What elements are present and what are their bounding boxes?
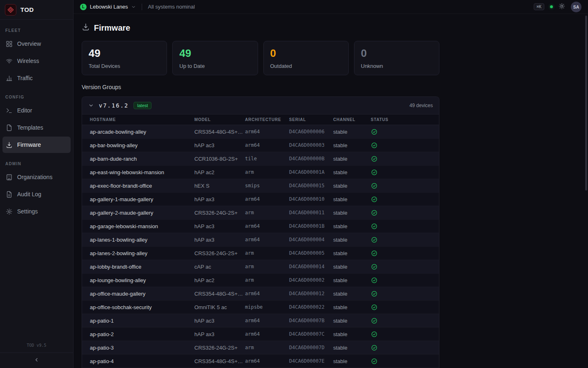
cell-model: cAP ac — [194, 264, 245, 270]
cell-channel: stable — [333, 237, 371, 243]
cell-model: OmniTIK 5 ac — [194, 304, 245, 310]
table-row[interactable]: ap-gallery-2-maude-gallery CRS326-24G-2S… — [82, 206, 439, 220]
page-header: Firmware — [82, 23, 439, 33]
command-palette-shortcut[interactable]: ⌘K — [534, 3, 544, 10]
table-row[interactable]: ap-gallery-1-maude-gallery hAP ax3 arm64… — [82, 193, 439, 206]
cell-model: hEX S — [194, 183, 245, 189]
file-icon — [6, 124, 13, 131]
cell-hostname: ap-east-wing-lebowski-mansion — [90, 169, 194, 175]
cell-channel: stable — [333, 210, 371, 216]
firmware-version: v7.16.2 — [99, 102, 129, 109]
version-group-header[interactable]: v7.16.2 latest 49 devices — [82, 97, 439, 114]
cell-channel: stable — [333, 277, 371, 283]
table-row[interactable]: ap-arcade-bowling-alley CRS354-48G-4S+… … — [82, 125, 439, 139]
stat-card-up-to-date: 49 Up to Date — [172, 41, 258, 75]
table-row[interactable]: ap-barn-dude-ranch CCR1036-8G-2S+ tile D… — [82, 152, 439, 166]
table-row[interactable]: ap-office-sobchak-security OmniTIK 5 ac … — [82, 301, 439, 314]
download-icon — [6, 141, 13, 148]
cell-channel: stable — [333, 345, 371, 351]
table-row[interactable]: ap-patio-3 CRS326-24G-2S+ arm D4CA6D0000… — [82, 341, 439, 355]
cell-serial: D4CA6D00007D — [289, 345, 333, 350]
sidebar-item-templates[interactable]: Templates — [2, 119, 71, 136]
terminal-icon — [6, 107, 13, 114]
column-header-channel: CHANNEL — [333, 117, 371, 122]
cell-hostname: ap-patio-2 — [90, 331, 194, 337]
brand-logo-icon — [5, 4, 16, 16]
table-row[interactable]: ap-office-maude-gallery CRS354-48G-4S+… … — [82, 287, 439, 301]
sidebar-item-traffic[interactable]: Traffic — [2, 70, 71, 86]
table-row[interactable]: ap-patio-2 hAP ax3 arm64 D4CA6D00007C st… — [82, 328, 439, 341]
status-ok-icon — [371, 277, 439, 284]
table-row[interactable]: ap-bar-bowling-alley hAP ac3 arm64 D4CA6… — [82, 139, 439, 152]
chevron-down-icon[interactable] — [88, 103, 94, 108]
theme-toggle-button[interactable] — [559, 3, 565, 11]
status-ok-icon — [371, 290, 439, 297]
sidebar-item-label: Organizations — [17, 174, 52, 180]
cell-serial: D4CA6D000011 — [289, 210, 333, 215]
table-row[interactable]: ap-east-wing-lebowski-mansion hAP ac2 ar… — [82, 166, 439, 179]
status-ok-icon — [371, 196, 439, 203]
status-ok-icon — [371, 358, 439, 365]
table-row[interactable]: ap-lounge-bowling-alley hAP ac2 arm D4CA… — [82, 274, 439, 287]
user-avatar[interactable]: SA — [571, 2, 581, 12]
sidebar-item-overview[interactable]: Overview — [2, 36, 71, 52]
cell-model: hAP ax3 — [194, 237, 245, 243]
cell-model: hAP ax3 — [194, 331, 245, 337]
sidebar-item-settings[interactable]: Settings — [2, 203, 71, 220]
table-row[interactable]: ap-garage-lebowski-mansion hAP ac3 arm64… — [82, 220, 439, 233]
cell-serial: D4CA6D00007E — [289, 358, 333, 364]
cell-channel: stable — [333, 318, 371, 324]
app-root: TOD FLEET Overview Wireless Traffi — [0, 0, 588, 368]
cell-architecture: arm64 — [245, 237, 289, 242]
stat-label: Outdated — [270, 63, 342, 69]
org-switcher[interactable]: L Lebowski Lanes — [80, 4, 136, 10]
table-row[interactable]: ap-lanes-2-bowling-alley CRS326-24G-2S+ … — [82, 247, 439, 260]
cell-hostname: ap-lanes-2-bowling-alley — [90, 250, 194, 256]
cell-serial: D4CA6D00000B — [289, 156, 333, 162]
sidebar-item-audit-log[interactable]: Audit Log — [2, 186, 71, 202]
sidebar-item-editor[interactable]: Editor — [2, 102, 71, 119]
cell-architecture: tile — [245, 156, 289, 162]
cell-serial: D4CA6D00007B — [289, 318, 333, 323]
document-lines-icon — [6, 191, 13, 198]
cell-architecture: arm64 — [245, 318, 289, 323]
cell-hostname: ap-patio-1 — [90, 318, 194, 324]
sidebar: TOD FLEET Overview Wireless Traffi — [0, 0, 74, 368]
sidebar-item-label: Templates — [17, 124, 43, 131]
cell-hostname: ap-barn-dude-ranch — [90, 156, 194, 162]
connection-status-dot — [550, 5, 553, 8]
sidebar-section-fleet: FLEET — [0, 28, 73, 33]
scrollbar-thumb[interactable] — [585, 16, 587, 191]
table-row[interactable]: ap-lanes-1-bowling-alley hAP ax3 arm64 D… — [82, 233, 439, 247]
sidebar-collapse-button[interactable] — [0, 352, 73, 368]
status-ok-icon — [371, 128, 439, 135]
cell-serial: D4CA6D000004 — [289, 237, 333, 242]
status-ok-icon — [371, 169, 439, 176]
column-header-status: STATUS — [371, 117, 439, 122]
status-ok-icon — [371, 263, 439, 270]
table-row[interactable]: ap-lobby-brandt-office cAP ac arm D4CA6D… — [82, 260, 439, 274]
table-row[interactable]: ap-exec-floor-brandt-office hEX S smips … — [82, 179, 439, 193]
cell-hostname: ap-gallery-2-maude-gallery — [90, 210, 194, 216]
cell-channel: stable — [333, 142, 371, 148]
sidebar-item-firmware[interactable]: Firmware — [2, 137, 71, 153]
cell-architecture: arm — [245, 264, 289, 269]
org-avatar: L — [80, 4, 87, 10]
table-row[interactable]: ap-patio-1 hAP ac3 arm64 D4CA6D00007B st… — [82, 314, 439, 328]
cell-hostname: ap-lobby-brandt-office — [90, 264, 194, 270]
cell-serial: D4CA6D000010 — [289, 196, 333, 202]
cell-serial: D4CA6D000002 — [289, 277, 333, 283]
system-status-text: All systems nominal — [148, 4, 195, 10]
cell-model: hAP ax3 — [194, 196, 245, 202]
sidebar-item-wireless[interactable]: Wireless — [2, 53, 71, 69]
cell-channel: stable — [333, 196, 371, 202]
cell-model: CCR1036-8G-2S+ — [194, 156, 245, 162]
cell-model: hAP ac3 — [194, 223, 245, 229]
cell-hostname: ap-arcade-bowling-alley — [90, 129, 194, 135]
table-header-row: HOSTNAME MODEL ARCHITECTURE SERIAL CHANN… — [82, 114, 439, 125]
table-row[interactable]: ap-patio-4 CRS354-48G-4S+… arm64 D4CA6D0… — [82, 355, 439, 368]
sidebar-item-organizations[interactable]: Organizations — [2, 169, 71, 185]
sidebar-item-label: Editor — [17, 107, 32, 114]
status-ok-icon — [371, 317, 439, 324]
cell-architecture: arm — [245, 277, 289, 283]
